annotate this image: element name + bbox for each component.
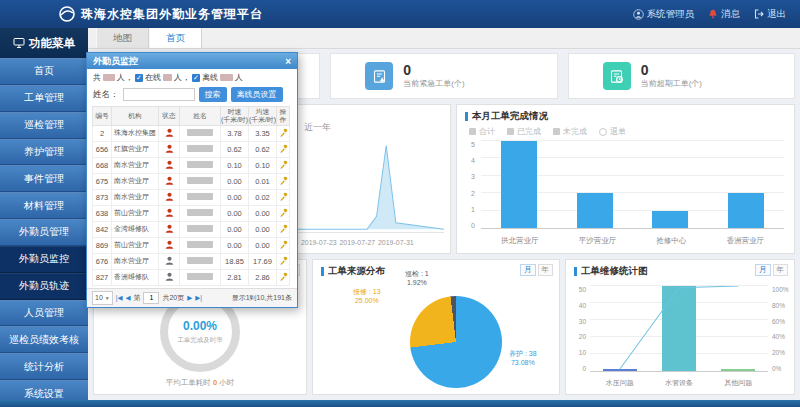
- table-cell: 前山营业厅: [112, 237, 159, 253]
- month-bars: [481, 141, 784, 228]
- sidebar-item[interactable]: 统计分析: [0, 353, 88, 380]
- table-cell: 3.78: [221, 125, 249, 141]
- table-cell: 2.86: [249, 269, 277, 285]
- left-tick-label: 40: [579, 302, 586, 309]
- page-input[interactable]: [143, 292, 159, 304]
- sidebar-item[interactable]: 工单管理: [0, 85, 88, 112]
- table-cell: 675: [93, 173, 112, 189]
- period-tab[interactable]: 月: [520, 264, 536, 276]
- pie-label: 报修 : 1325.00%: [353, 288, 381, 306]
- legend-item[interactable]: 未完成: [553, 126, 587, 137]
- left-tick-label: 10: [579, 349, 586, 356]
- pager-next-button[interactable]: ▶: [187, 294, 192, 302]
- trend-range-tab[interactable]: 近一年: [304, 122, 331, 132]
- repair-right-axis: 100%80%60%40%20%0%: [772, 286, 792, 372]
- pie-panel-title: 工单来源分布: [328, 265, 385, 278]
- gauge-caption: 工单完成及时率: [177, 336, 223, 345]
- table-cell: [180, 125, 221, 141]
- search-button[interactable]: 搜索: [199, 87, 227, 102]
- stat-card-value: 0: [641, 63, 702, 78]
- status-person-icon: [165, 162, 174, 171]
- table-header-cell: 机构: [112, 107, 159, 126]
- filter-total-label: 共: [93, 72, 101, 83]
- table-cell: 873: [93, 189, 112, 205]
- logout-button[interactable]: 退出: [754, 8, 786, 21]
- operation-wrench-icon[interactable]: [279, 194, 288, 203]
- period-tab[interactable]: 月: [755, 264, 771, 276]
- sidebar-item[interactable]: 养护管理: [0, 139, 88, 166]
- pager-first-button[interactable]: |◀: [116, 294, 123, 302]
- period-tab[interactable]: 年: [538, 264, 554, 276]
- modal-titlebar[interactable]: 外勤员监控 ×: [87, 53, 297, 69]
- table-cell: 869: [93, 237, 112, 253]
- operation-wrench-icon[interactable]: [279, 178, 288, 187]
- operation-wrench-icon[interactable]: [279, 162, 288, 171]
- operation-wrench-icon[interactable]: [279, 130, 288, 139]
- sidebar-item[interactable]: 巡检管理: [0, 112, 88, 139]
- table-cell: [277, 237, 290, 253]
- sidebar-item[interactable]: 外勤员监控: [0, 246, 88, 273]
- right-tick-label: 20%: [772, 349, 792, 356]
- logo: 珠海水控集团外勤业务管理平台: [0, 5, 263, 23]
- sidebar-item[interactable]: 首页: [0, 58, 88, 85]
- table-row: 676南水营业厅18.8517.69: [93, 253, 290, 269]
- gauge-value: 0.00%: [183, 319, 217, 333]
- pager-last-button[interactable]: ▶|: [195, 294, 202, 302]
- y-tick-label: 2: [471, 190, 475, 197]
- x-tick-label: 拱北营业厅: [501, 236, 539, 246]
- table-cell: 2.81: [221, 269, 249, 285]
- online-checkbox[interactable]: ✓: [135, 74, 143, 82]
- period-tab[interactable]: 年: [773, 264, 789, 276]
- table-header-cell: 姓名: [180, 107, 221, 126]
- page-size-select[interactable]: 10 ▼: [92, 291, 113, 305]
- table-cell: 638: [93, 205, 112, 221]
- table-cell: [159, 253, 180, 269]
- offline-checkbox[interactable]: ✓: [192, 74, 200, 82]
- month-panel-title: 本月工单完成情况: [472, 110, 548, 123]
- left-tick-label: 20: [579, 333, 586, 340]
- operation-wrench-icon[interactable]: [279, 210, 288, 219]
- tab-active[interactable]: 首页: [149, 28, 202, 48]
- admin-icon: [633, 9, 644, 20]
- legend-item[interactable]: 已完成: [507, 126, 541, 137]
- close-icon[interactable]: ×: [285, 56, 291, 67]
- sidebar: 功能菜单 首页工单管理巡检管理养护管理事件管理材料管理外勤员管理外勤员监控外勤员…: [0, 28, 88, 407]
- pager-prev-button[interactable]: ◀: [125, 294, 130, 302]
- status-person-icon: [165, 210, 174, 219]
- sidebar-item[interactable]: 外勤员管理: [0, 219, 88, 246]
- messages-button[interactable]: 消息: [708, 8, 740, 21]
- operation-wrench-icon[interactable]: [279, 274, 288, 283]
- offline-settings-button[interactable]: 离线员设置: [231, 87, 283, 102]
- name-input[interactable]: [123, 88, 195, 101]
- table-row: 869前山营业厅0.000.00: [93, 237, 290, 253]
- operation-wrench-icon[interactable]: [279, 258, 288, 267]
- table-cell: [159, 141, 180, 157]
- sidebar-item[interactable]: 事件管理: [0, 165, 88, 192]
- table-cell: [159, 221, 180, 237]
- operation-wrench-icon[interactable]: [279, 146, 288, 155]
- operation-wrench-icon[interactable]: [279, 226, 288, 235]
- sidebar-item[interactable]: 材料管理: [0, 192, 88, 219]
- table-cell: [159, 125, 180, 141]
- app-title: 珠海水控集团外勤业务管理平台: [81, 6, 263, 23]
- redacted-name: [187, 177, 213, 184]
- pager-total-pages: 共20页: [162, 293, 184, 303]
- sidebar-item[interactable]: 人员管理: [0, 300, 88, 327]
- repair-panel-title: 工单维修统计图: [581, 265, 648, 278]
- bar: [501, 141, 537, 228]
- pie-label-pct: 1.92%: [405, 279, 429, 288]
- tab-inactive[interactable]: 地图: [96, 28, 149, 48]
- table-cell: [180, 141, 221, 157]
- y-tick-label: 3: [471, 173, 475, 180]
- admin-menu[interactable]: 系统管理员: [633, 8, 695, 21]
- table-cell: [180, 237, 221, 253]
- operation-wrench-icon[interactable]: [279, 242, 288, 251]
- table-cell: 香洲维修队: [112, 269, 159, 285]
- legend-item[interactable]: 退单: [599, 126, 626, 137]
- title-accent: [574, 267, 577, 276]
- legend-item[interactable]: 合计: [469, 126, 495, 137]
- sidebar-item[interactable]: 巡检员绩效考核: [0, 326, 88, 353]
- order-source-panel: 工单来源分布 月年 巡检 : 11.92% 报修 : 1325.00% 养护 :…: [312, 259, 560, 395]
- sidebar-item[interactable]: 外勤员轨迹: [0, 273, 88, 300]
- table-cell: [277, 125, 290, 141]
